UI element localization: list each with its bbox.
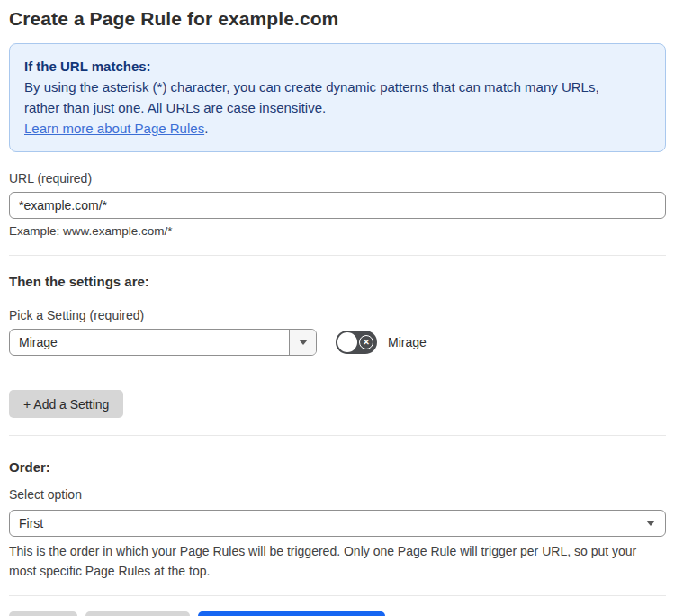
divider: [9, 595, 666, 596]
toggle-label: Mirage: [388, 335, 427, 349]
settings-section-heading: Then the settings are:: [9, 274, 666, 289]
cancel-button[interactable]: Cancel: [9, 611, 77, 616]
form-actions: Cancel Save as Draft Save and Deploy Pag…: [9, 611, 666, 616]
mirage-toggle[interactable]: ✕: [336, 331, 377, 354]
link-period: .: [204, 121, 208, 136]
learn-more-link[interactable]: Learn more about Page Rules: [24, 121, 204, 136]
pick-setting-label: Pick a Setting (required): [9, 308, 666, 322]
info-box-heading: If the URL matches:: [24, 56, 651, 77]
setting-row: Mirage ✕ Mirage: [9, 329, 666, 356]
divider: [9, 435, 666, 436]
url-input[interactable]: [9, 192, 666, 219]
order-select-label: Select option: [9, 487, 666, 502]
setting-select[interactable]: Mirage: [9, 329, 317, 356]
order-help-text: This is the order in which your Page Rul…: [9, 541, 661, 581]
url-match-info-box: If the URL matches: By using the asteris…: [9, 43, 666, 152]
toggle-knob: [338, 332, 357, 352]
order-select-arrow: [636, 511, 665, 536]
page-rule-form: Create a Page Rule for example.com If th…: [0, 0, 675, 616]
chevron-down-icon: [646, 521, 655, 526]
setting-select-arrow-button[interactable]: [289, 330, 316, 355]
url-example-text: Example: www.example.com/*: [9, 224, 666, 238]
order-select-value: First: [10, 511, 636, 536]
info-box-body: By using the asterisk (*) character, you…: [24, 77, 636, 118]
save-and-deploy-button[interactable]: Save and Deploy Page Rule: [198, 611, 385, 616]
toggle-off-x-icon: ✕: [359, 335, 374, 349]
order-select[interactable]: First: [9, 510, 666, 537]
order-section-heading: Order:: [9, 459, 666, 475]
url-field-label: URL (required): [9, 171, 666, 186]
setting-select-value: Mirage: [10, 330, 289, 355]
info-box-text: By using the asterisk (*) character, you…: [24, 79, 599, 115]
save-as-draft-button[interactable]: Save as Draft: [86, 611, 191, 616]
divider: [9, 255, 666, 256]
chevron-down-icon: [299, 340, 308, 345]
add-setting-button[interactable]: + Add a Setting: [9, 390, 123, 418]
info-box-link-line: Learn more about Page Rules.: [24, 118, 651, 139]
page-title: Create a Page Rule for example.com: [9, 8, 666, 30]
